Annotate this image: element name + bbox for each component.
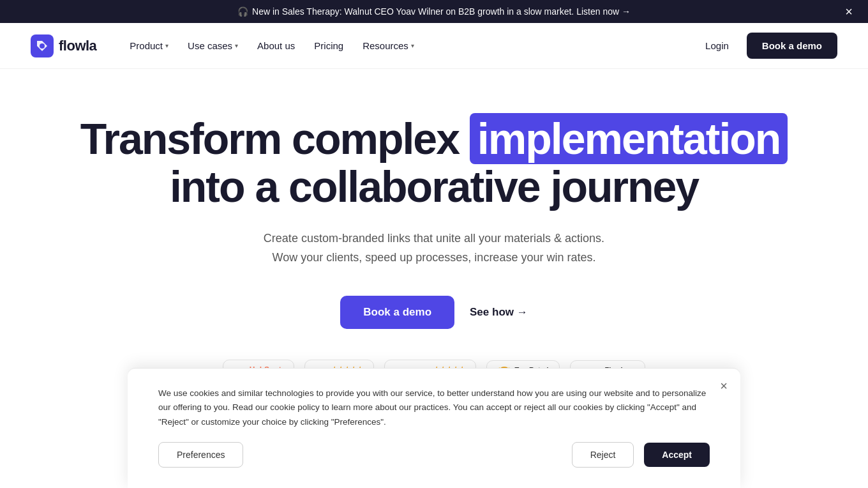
- hero-heading-suffix: into a collaborative journey: [170, 162, 698, 211]
- hero-heading-highlight: implementation: [470, 113, 788, 164]
- logo-text: flowla: [59, 38, 96, 54]
- hero-subheading: Create custom-branded links that unite a…: [217, 229, 651, 268]
- nav-item-about-us[interactable]: About us: [250, 35, 303, 56]
- announcement-bar: 🎧 New in Sales Therapy: Walnut CEO Yoav …: [0, 0, 868, 23]
- nav-item-product[interactable]: Product ▾: [122, 35, 176, 56]
- nav-item-pricing[interactable]: Pricing: [306, 35, 351, 56]
- nav-item-use-cases-label: Use cases: [188, 40, 232, 51]
- nav-links: Product ▾ Use cases ▾ About us Pricing R…: [122, 35, 422, 56]
- announcement-close-button[interactable]: ×: [845, 5, 853, 18]
- nav-item-use-cases[interactable]: Use cases ▾: [180, 35, 246, 56]
- hero-subheading-line1: Create custom-branded links that unite a…: [264, 232, 604, 245]
- chevron-down-icon: ▾: [165, 42, 168, 49]
- cookie-actions: Preferences Reject Accept: [158, 442, 710, 468]
- nav-item-pricing-label: Pricing: [314, 40, 343, 51]
- navbar: flowla Product ▾ Use cases ▾ About us Pr…: [0, 23, 868, 69]
- chevron-down-icon: ▾: [235, 42, 238, 49]
- nav-item-resources[interactable]: Resources ▾: [355, 35, 422, 56]
- navbar-left: flowla Product ▾ Use cases ▾ About us Pr…: [31, 34, 422, 57]
- hero-subheading-line2: Wow your clients, speed up processes, in…: [273, 251, 596, 264]
- hero-heading-prefix: Transform complex: [80, 114, 459, 163]
- hero-heading: Transform complex implementation into a …: [51, 115, 817, 211]
- nav-item-about-us-label: About us: [257, 40, 295, 51]
- chevron-down-icon: ▾: [411, 42, 414, 49]
- announcement-text: New in Sales Therapy: Walnut CEO Yoav Wi…: [252, 6, 631, 17]
- announcement-emoji: 🎧: [237, 6, 248, 17]
- preferences-button[interactable]: Preferences: [158, 442, 243, 468]
- reject-button[interactable]: Reject: [572, 442, 634, 468]
- svg-point-1: [40, 43, 45, 49]
- cookie-body-text: We use cookies and similar technologies …: [158, 386, 710, 429]
- cookie-banner: × We use cookies and similar technologie…: [128, 368, 740, 488]
- nav-item-resources-label: Resources: [363, 40, 408, 51]
- accept-button[interactable]: Accept: [644, 443, 710, 467]
- logo-link[interactable]: flowla: [31, 34, 96, 57]
- nav-item-product-label: Product: [130, 40, 163, 51]
- logo-icon: [31, 34, 54, 57]
- book-demo-hero-button[interactable]: Book a demo: [340, 296, 454, 329]
- cookie-close-button[interactable]: ×: [720, 379, 728, 393]
- hero-cta: Book a demo See how →: [51, 296, 817, 329]
- login-button[interactable]: Login: [698, 35, 737, 56]
- navbar-right: Login Book a demo: [698, 33, 837, 59]
- hero-section: Transform complex implementation into a …: [0, 69, 868, 413]
- see-how-button[interactable]: See how →: [470, 306, 528, 319]
- book-demo-nav-button[interactable]: Book a demo: [747, 33, 837, 59]
